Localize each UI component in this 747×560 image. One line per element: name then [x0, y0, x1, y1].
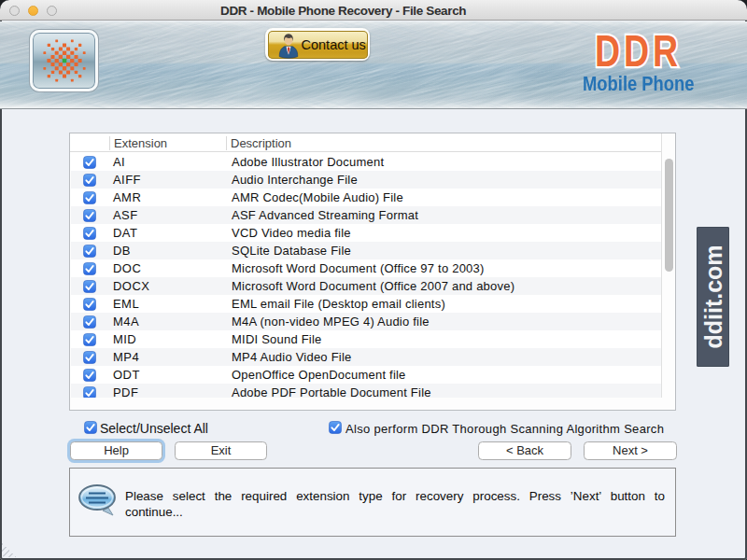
svg-text:DDR: DDR	[595, 26, 682, 75]
